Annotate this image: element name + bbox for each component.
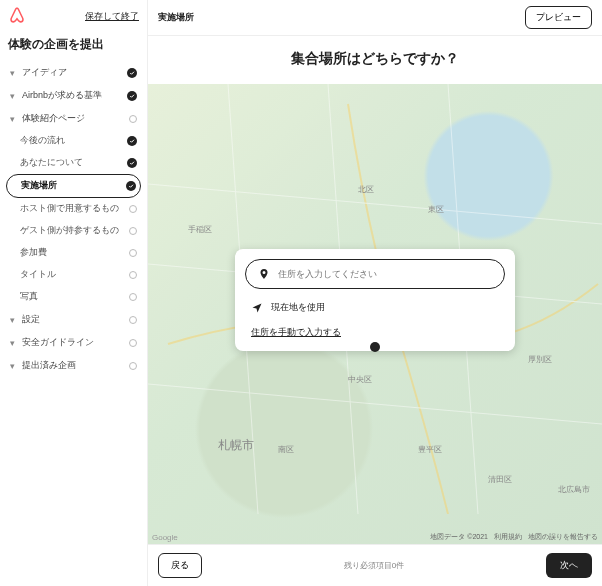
sidebar-title: 体験の企画を提出	[0, 32, 147, 61]
footer: 戻る 残り必須項目0件 次へ	[148, 544, 602, 586]
map-district-label: 清田区	[488, 474, 512, 485]
nav-item-label: ホスト側で用意するもの	[20, 203, 119, 215]
save-exit-link[interactable]: 保存して終了	[85, 10, 139, 23]
topbar: 実施場所 プレビュー	[148, 0, 602, 36]
map-district-label: 南区	[278, 444, 294, 455]
map-district-label: 中央区	[348, 374, 372, 385]
map[interactable]: 札幌市 手稲区 西区 北区 東区 中央区 白石区 南区 豊平区 厚別区 清田区 …	[148, 84, 602, 544]
map-attrib-text: 地図データ ©2021	[430, 532, 488, 542]
address-input-wrap[interactable]	[245, 259, 505, 289]
nav-item-6[interactable]: ホスト側で用意するもの	[6, 198, 141, 220]
map-district-label: 北区	[358, 184, 374, 195]
map-attribution: 地図データ ©2021 利用規約 地図の誤りを報告する	[430, 532, 598, 542]
nav-item-label: 体験紹介ページ	[22, 112, 85, 125]
chevron-down-icon: ▾	[10, 338, 18, 348]
use-current-location-button[interactable]: 現在地を使用	[245, 289, 505, 320]
nav-item-13[interactable]: ▾提出済み企画	[6, 354, 141, 377]
map-district-label: 手稲区	[188, 224, 212, 235]
status-dot	[129, 362, 137, 370]
remaining-fields-text: 残り必須項目0件	[344, 560, 404, 571]
status-dot	[129, 271, 137, 279]
address-input[interactable]	[278, 269, 492, 279]
nav-item-5[interactable]: 実施場所	[6, 174, 141, 198]
airbnb-logo-icon	[8, 6, 26, 26]
nav-item-label: 提出済み企画	[22, 359, 76, 372]
next-button[interactable]: 次へ	[546, 553, 592, 578]
chevron-down-icon: ▾	[10, 68, 18, 78]
chevron-down-icon: ▾	[10, 91, 18, 101]
nav-item-label: タイトル	[20, 269, 56, 281]
nav-item-9[interactable]: タイトル	[6, 264, 141, 286]
nav-list: ▾アイディア▾Airbnbが求める基準▾体験紹介ページ今後の流れあなたについて実…	[0, 61, 147, 586]
nav-item-label: 今後の流れ	[20, 135, 65, 147]
status-dot	[129, 293, 137, 301]
breadcrumb: 実施場所	[158, 11, 194, 24]
nav-item-7[interactable]: ゲスト側が持参するもの	[6, 220, 141, 242]
map-terms-link[interactable]: 利用規約	[494, 532, 522, 542]
main-panel: 実施場所 プレビュー 集合場所はどちらですか？ 札幌市 手稲区 西区 北区 東区…	[148, 0, 602, 586]
check-icon	[126, 181, 136, 191]
nav-item-label: ゲスト側が持参するもの	[20, 225, 119, 237]
map-report-link[interactable]: 地図の誤りを報告する	[528, 532, 598, 542]
chevron-down-icon: ▾	[10, 315, 18, 325]
nav-item-3[interactable]: 今後の流れ	[6, 130, 141, 152]
back-button[interactable]: 戻る	[158, 553, 202, 578]
nav-item-1[interactable]: ▾Airbnbが求める基準	[6, 84, 141, 107]
chevron-down-icon: ▾	[10, 361, 18, 371]
check-icon	[127, 68, 137, 78]
nav-item-label: 安全ガイドライン	[22, 336, 94, 349]
page-heading: 集合場所はどちらですか？	[148, 36, 602, 84]
map-district-label: 北広島市	[558, 484, 590, 495]
location-card: 現在地を使用 住所を手動で入力する	[235, 249, 515, 351]
status-dot	[129, 316, 137, 324]
nav-item-2[interactable]: ▾体験紹介ページ	[6, 107, 141, 130]
status-dot	[129, 249, 137, 257]
map-district-label: 豊平区	[418, 444, 442, 455]
map-district-label: 厚別区	[528, 354, 552, 365]
nav-item-8[interactable]: 参加費	[6, 242, 141, 264]
nav-item-11[interactable]: ▾設定	[6, 308, 141, 331]
location-arrow-icon	[251, 302, 263, 314]
nav-item-label: あなたについて	[20, 157, 83, 169]
chevron-down-icon: ▾	[10, 114, 18, 124]
sidebar: 保存して終了 体験の企画を提出 ▾アイディア▾Airbnbが求める基準▾体験紹介…	[0, 0, 148, 586]
map-city-label: 札幌市	[218, 437, 254, 454]
check-icon	[127, 136, 137, 146]
status-dot	[129, 205, 137, 213]
map-district-label: 東区	[428, 204, 444, 215]
nav-item-label: 参加費	[20, 247, 47, 259]
google-watermark: Google	[152, 533, 178, 542]
manual-address-link[interactable]: 住所を手動で入力する	[245, 320, 505, 341]
nav-item-10[interactable]: 写真	[6, 286, 141, 308]
preview-button[interactable]: プレビュー	[525, 6, 592, 29]
use-location-label: 現在地を使用	[271, 301, 325, 314]
pin-icon	[258, 268, 270, 280]
check-icon	[127, 91, 137, 101]
nav-item-4[interactable]: あなたについて	[6, 152, 141, 174]
status-dot	[129, 339, 137, 347]
nav-item-label: 写真	[20, 291, 38, 303]
map-center-pin	[370, 342, 380, 352]
status-dot	[129, 115, 137, 123]
nav-item-label: アイディア	[22, 66, 67, 79]
nav-item-label: 実施場所	[21, 180, 57, 192]
check-icon	[127, 158, 137, 168]
nav-item-12[interactable]: ▾安全ガイドライン	[6, 331, 141, 354]
nav-item-label: 設定	[22, 313, 40, 326]
nav-item-0[interactable]: ▾アイディア	[6, 61, 141, 84]
nav-item-label: Airbnbが求める基準	[22, 89, 102, 102]
status-dot	[129, 227, 137, 235]
